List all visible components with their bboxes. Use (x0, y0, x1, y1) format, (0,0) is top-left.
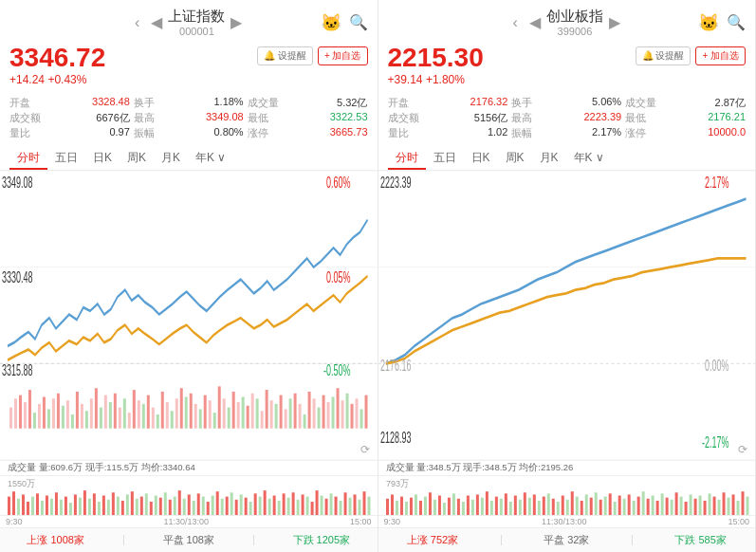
left-refresh-icon[interactable]: ⟳ (360, 443, 370, 456)
svg-text:3330.48: 3330.48 (2, 268, 32, 286)
svg-rect-98 (60, 500, 63, 515)
svg-rect-59 (266, 390, 268, 429)
svg-rect-13 (47, 409, 50, 428)
right-watchlist-button[interactable]: + 加自选 (695, 46, 746, 65)
left-tab-1[interactable]: 五日 (47, 146, 85, 170)
svg-rect-20 (81, 404, 83, 429)
right-change-abs: +39.14 (388, 73, 423, 86)
left-time-start: 9:30 (6, 517, 23, 526)
svg-text:0.05%: 0.05% (326, 268, 351, 286)
left-stat-flat: 平盘 108家 (163, 533, 214, 547)
svg-rect-108 (107, 500, 110, 515)
right-up-label: 上涨 (407, 534, 431, 545)
right-tab-5[interactable]: 年K ∨ (566, 146, 612, 170)
right-stat-label-7: 振幅 (511, 126, 532, 140)
svg-rect-46 (204, 396, 207, 429)
svg-rect-12 (43, 396, 46, 428)
left-watchlist-button[interactable]: + 加自选 (318, 46, 368, 65)
left-search-icon[interactable]: 🔍 (349, 13, 368, 31)
svg-rect-210 (551, 499, 554, 515)
svg-rect-177 (395, 501, 397, 515)
svg-rect-251 (746, 497, 748, 515)
left-stats-grid: 开盘 3328.48 换手 1.18% 成交量 5.32亿 成交额 6676亿 … (0, 94, 378, 144)
right-action-buttons: 🔔 设提醒 + 加自选 (636, 46, 746, 65)
right-stat-label-0: 开盘 (388, 96, 419, 110)
svg-rect-132 (221, 499, 224, 515)
left-alert-button[interactable]: 🔔 设提醒 (257, 46, 313, 65)
right-back-arrow[interactable]: ‹ (510, 14, 521, 31)
left-panel: ‹ ◀ 上证指数 000001 ▶ 🐱 🔍 3346.72 +14.24 +0.… (0, 0, 378, 552)
svg-rect-195 (480, 498, 483, 515)
right-tab-0[interactable]: 分时 (388, 146, 426, 170)
right-prev-arrow[interactable]: ◀ (526, 13, 544, 31)
right-volume-svg: 793万 (378, 476, 756, 515)
svg-rect-64 (289, 398, 292, 428)
left-bottom-stats: 上涨 1008家 平盘 108家 下跌 1205家 (0, 527, 378, 552)
svg-rect-66 (299, 404, 302, 429)
svg-rect-209 (546, 493, 549, 515)
left-stat-up: 上涨 1008家 (27, 533, 84, 547)
svg-rect-63 (285, 409, 287, 428)
svg-rect-26 (109, 402, 112, 429)
svg-rect-11 (38, 404, 41, 429)
svg-rect-249 (736, 501, 739, 515)
left-next-arrow[interactable]: ▶ (228, 13, 245, 31)
right-stat-value-5: 2176.21 (660, 111, 746, 125)
svg-rect-229 (641, 491, 644, 515)
svg-rect-33 (142, 404, 145, 429)
right-tab-2[interactable]: 日K (464, 146, 498, 170)
right-volume-area: 793万 (378, 475, 756, 515)
svg-rect-214 (570, 491, 573, 515)
svg-rect-221 (603, 497, 606, 515)
right-chart-area[interactable]: 2.17% 0.00% -2.17% 2223.39 2176.16 2128.… (378, 171, 756, 460)
left-index-code: 000001 (179, 26, 214, 37)
svg-rect-225 (622, 499, 625, 515)
svg-rect-145 (283, 493, 286, 515)
svg-rect-244 (712, 497, 715, 515)
left-chart-area[interactable]: 0.60% 0.05% -0.50% 3349.08 3330.48 3315.… (0, 171, 378, 460)
left-tab-3[interactable]: 周K (120, 146, 154, 170)
left-tab-0[interactable]: 分时 (9, 146, 47, 170)
svg-rect-217 (584, 494, 587, 515)
svg-rect-135 (235, 500, 238, 515)
svg-rect-24 (100, 408, 102, 429)
svg-rect-161 (359, 500, 361, 515)
svg-rect-10 (33, 413, 36, 429)
left-prev-arrow[interactable]: ◀ (148, 13, 165, 31)
svg-rect-155 (330, 493, 333, 515)
right-tab-4[interactable]: 月K (532, 146, 566, 170)
svg-rect-147 (292, 492, 295, 515)
right-tab-1[interactable]: 五日 (426, 146, 464, 170)
left-down-label: 下跌 (293, 534, 317, 545)
svg-rect-118 (155, 496, 157, 516)
svg-rect-61 (275, 404, 278, 429)
svg-rect-189 (452, 493, 454, 515)
left-stat-value-0: 3328.48 (45, 96, 130, 110)
right-stat-label-8: 涨停 (625, 126, 656, 140)
svg-rect-51 (228, 408, 230, 429)
left-tab-2[interactable]: 日K (85, 146, 120, 170)
right-tab-3[interactable]: 周K (498, 146, 532, 170)
left-tab-5[interactable]: 年K ∨ (188, 146, 233, 170)
left-stat-label-8: 涨停 (248, 126, 279, 140)
svg-rect-151 (311, 502, 314, 515)
svg-rect-14 (52, 398, 55, 428)
right-index-title: 创业板指 (546, 8, 603, 26)
svg-rect-159 (349, 498, 352, 515)
left-back-arrow[interactable]: ‹ (132, 14, 142, 31)
right-next-arrow[interactable]: ▶ (606, 13, 623, 31)
right-refresh-icon[interactable]: ⟳ (738, 443, 747, 456)
svg-rect-236 (674, 492, 677, 515)
svg-rect-136 (240, 494, 243, 515)
svg-rect-237 (679, 497, 682, 515)
svg-rect-162 (363, 491, 366, 515)
svg-rect-179 (404, 502, 407, 515)
right-flat-label: 平盘 (544, 534, 567, 545)
right-stat-value-1: 5.06% (536, 96, 621, 110)
right-alert-button[interactable]: 🔔 设提醒 (636, 46, 691, 65)
left-tab-4[interactable]: 月K (154, 146, 188, 170)
right-search-icon[interactable]: 🔍 (727, 13, 746, 31)
svg-text:-2.17%: -2.17% (702, 433, 729, 451)
svg-rect-230 (646, 499, 649, 515)
right-header-center: 创业板指 399006 (546, 8, 603, 37)
